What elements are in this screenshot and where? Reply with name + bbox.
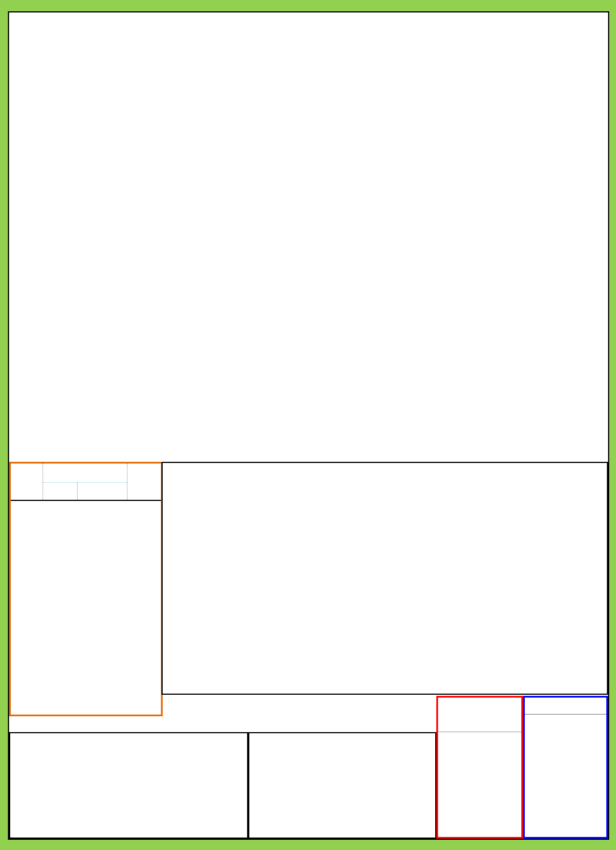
page-background: { "title": {"main": "2024年特码统计表", "suffi… [0,0,616,850]
stats-body [11,501,161,715]
segment-stats-title [525,698,606,715]
missing-zodiac-title [438,698,521,732]
segment-stats-body [525,715,606,837]
page-title [9,12,608,33]
segment-stats-box [523,696,608,839]
frequency-table [162,462,608,695]
top-table [9,33,608,453]
stats-header [11,464,161,501]
stats-header-before [43,483,77,500]
zodiac-stats-table [9,462,163,716]
missing-zodiac-body [438,732,521,837]
stats-header-after [77,483,127,500]
stats-header-count [43,464,127,483]
spreadsheet [8,11,609,840]
missing-zodiac-limit-box [436,696,523,839]
note [9,715,436,732]
stats-header-zodiac [11,464,43,500]
zodiac-codes-left-table [9,732,248,839]
zodiac-codes-right-table [248,732,436,839]
stats-header-recent [127,464,161,500]
